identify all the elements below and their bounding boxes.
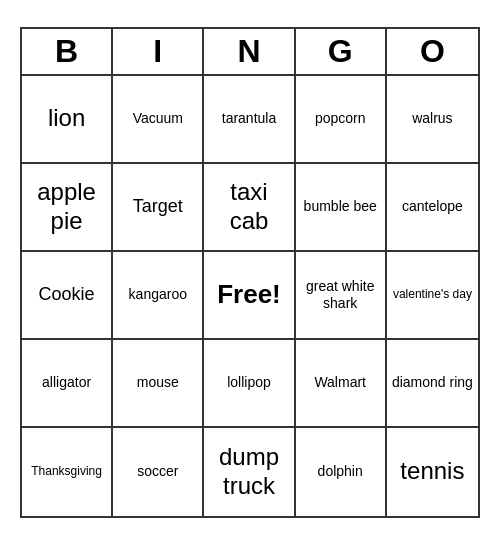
bingo-cell: Target [113,164,204,252]
bingo-cell: soccer [113,428,204,516]
bingo-cell: taxi cab [204,164,295,252]
bingo-cell: mouse [113,340,204,428]
bingo-cell: Vacuum [113,76,204,164]
bingo-cell: apple pie [22,164,113,252]
header-letter: N [204,29,295,74]
bingo-header: BINGO [22,29,478,76]
bingo-cell: Walmart [296,340,387,428]
bingo-cell: Cookie [22,252,113,340]
bingo-grid: lionVacuumtarantulapopcornwalrusapple pi… [22,76,478,516]
bingo-cell: tarantula [204,76,295,164]
header-letter: O [387,29,478,74]
bingo-cell: popcorn [296,76,387,164]
bingo-cell: kangaroo [113,252,204,340]
bingo-cell: diamond ring [387,340,478,428]
bingo-cell: dolphin [296,428,387,516]
bingo-cell: alligator [22,340,113,428]
bingo-cell: Thanksgiving [22,428,113,516]
bingo-cell: valentine's day [387,252,478,340]
bingo-cell: great white shark [296,252,387,340]
bingo-cell: lion [22,76,113,164]
bingo-cell: Free! [204,252,295,340]
header-letter: G [296,29,387,74]
header-letter: B [22,29,113,74]
bingo-cell: dump truck [204,428,295,516]
bingo-cell: walrus [387,76,478,164]
bingo-cell: lollipop [204,340,295,428]
bingo-cell: bumble bee [296,164,387,252]
header-letter: I [113,29,204,74]
bingo-cell: tennis [387,428,478,516]
bingo-cell: cantelope [387,164,478,252]
bingo-card: BINGO lionVacuumtarantulapopcornwalrusap… [20,27,480,518]
